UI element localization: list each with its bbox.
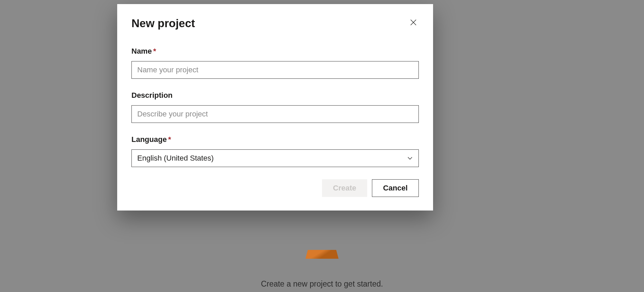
button-row: Create Cancel — [131, 179, 419, 197]
modal-header: New project — [131, 17, 419, 30]
new-project-modal: New project Name* Description Language* … — [117, 4, 433, 211]
name-input[interactable] — [131, 61, 419, 79]
description-input[interactable] — [131, 105, 419, 123]
cancel-button[interactable]: Cancel — [372, 179, 419, 197]
modal-title: New project — [131, 17, 195, 30]
project-box-icon — [305, 250, 338, 259]
language-label-text: Language — [131, 135, 167, 144]
language-select-wrap: English (United States) — [131, 149, 419, 167]
create-button[interactable]: Create — [322, 179, 367, 197]
backdrop-message: Create a new project to get started. — [261, 279, 383, 289]
required-indicator: * — [168, 135, 171, 144]
description-label: Description — [131, 91, 419, 100]
language-selected-value: English (United States) — [137, 154, 214, 163]
language-select[interactable]: English (United States) — [131, 149, 419, 167]
name-label: Name* — [131, 47, 419, 56]
language-field-group: Language* English (United States) — [131, 135, 419, 167]
close-button[interactable] — [408, 17, 419, 28]
close-icon — [410, 19, 417, 26]
name-field-group: Name* — [131, 47, 419, 79]
name-label-text: Name — [131, 47, 152, 55]
language-label: Language* — [131, 135, 419, 144]
description-field-group: Description — [131, 91, 419, 123]
required-indicator: * — [153, 47, 156, 55]
